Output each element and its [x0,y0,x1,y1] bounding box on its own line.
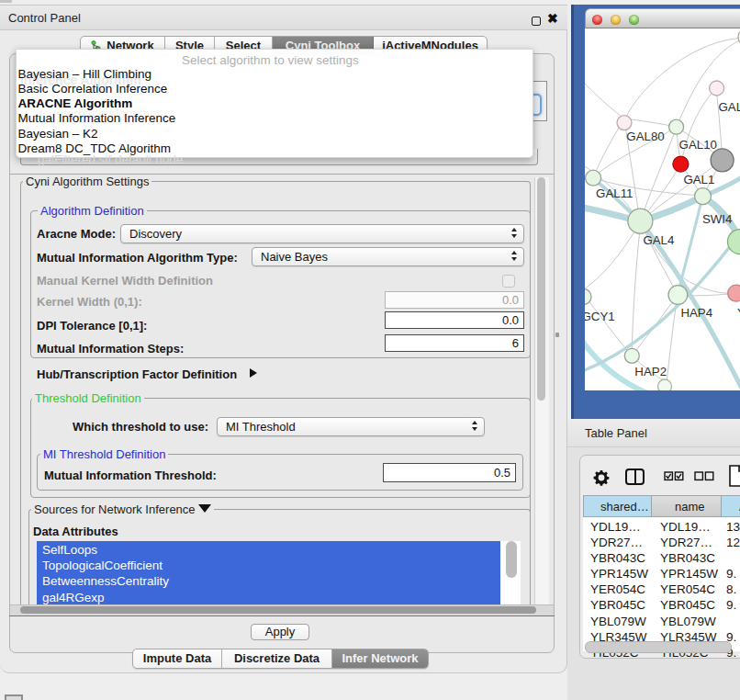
svg-text:GAL80: GAL80 [626,130,664,143]
svg-text:GAL: GAL [719,100,740,114]
svg-text:GCY1: GCY1 [585,310,615,323]
svg-text:GAL4: GAL4 [643,233,674,247]
svg-text:HAP2: HAP2 [634,365,667,378]
svg-text:SWI4: SWI4 [702,212,733,226]
svg-text:GAL10: GAL10 [679,138,717,152]
svg-text:GAL1: GAL1 [683,173,714,186]
svg-text:GAL11: GAL11 [596,186,633,200]
svg-text:HAP4: HAP4 [680,306,712,320]
